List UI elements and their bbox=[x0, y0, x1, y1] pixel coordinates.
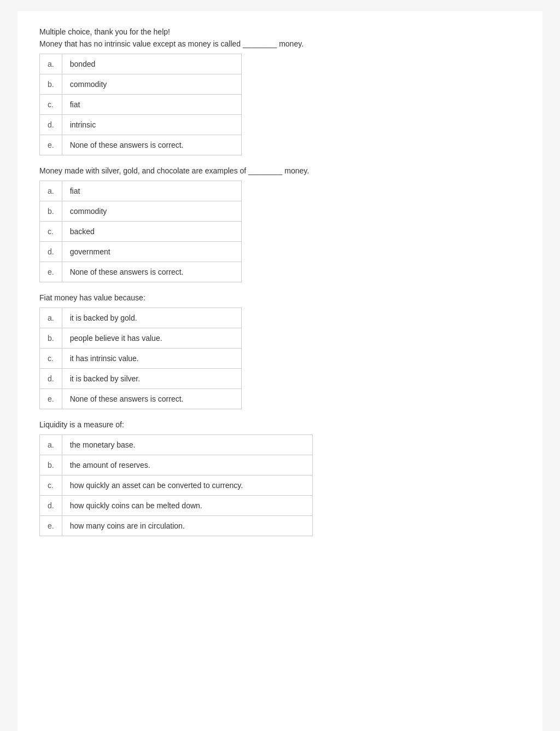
list-item[interactable]: d.intrinsic bbox=[40, 115, 242, 135]
option-label: e. bbox=[40, 389, 62, 409]
option-label: b. bbox=[40, 455, 62, 475]
question2-options-table: a.fiatb.commodityc.backedd.governmente.N… bbox=[39, 181, 242, 282]
option-label: c. bbox=[40, 222, 62, 242]
list-item[interactable]: c.it has intrinsic value. bbox=[40, 349, 242, 369]
option-text: how many coins are in circulation. bbox=[62, 516, 312, 536]
list-item[interactable]: b.people believe it has value. bbox=[40, 328, 242, 349]
option-text: fiat bbox=[62, 181, 241, 201]
option-text: the monetary base. bbox=[62, 435, 312, 455]
list-item[interactable]: b.the amount of reserves. bbox=[40, 455, 313, 475]
list-item[interactable]: c.backed bbox=[40, 222, 242, 242]
option-label: e. bbox=[40, 135, 62, 155]
option-label: b. bbox=[40, 201, 62, 222]
option-label: d. bbox=[40, 115, 62, 135]
option-text: it is backed by gold. bbox=[62, 308, 241, 328]
question2-section: Money made with silver, gold, and chocol… bbox=[39, 166, 521, 175]
list-item[interactable]: d.it is backed by silver. bbox=[40, 369, 242, 389]
option-text: how quickly coins can be melted down. bbox=[62, 496, 312, 516]
list-item[interactable]: e.None of these answers is correct. bbox=[40, 262, 242, 282]
option-label: c. bbox=[40, 349, 62, 369]
list-item[interactable]: e.None of these answers is correct. bbox=[40, 389, 242, 409]
option-label: e. bbox=[40, 516, 62, 536]
list-item[interactable]: b.commodity bbox=[40, 74, 242, 95]
question3-section: Fiat money has value because: bbox=[39, 293, 521, 302]
option-text: commodity bbox=[62, 201, 241, 222]
list-item[interactable]: c.fiat bbox=[40, 95, 242, 115]
question3-prompt: Fiat money has value because: bbox=[39, 293, 521, 302]
option-label: e. bbox=[40, 262, 62, 282]
option-text: None of these answers is correct. bbox=[62, 135, 241, 155]
option-label: b. bbox=[40, 328, 62, 349]
question1-prompt: Money that has no intrinsic value except… bbox=[39, 39, 521, 48]
option-label: c. bbox=[40, 475, 62, 496]
option-label: a. bbox=[40, 54, 62, 74]
option-text: how quickly an asset can be converted to… bbox=[62, 475, 312, 496]
list-item[interactable]: a.fiat bbox=[40, 181, 242, 201]
list-item[interactable]: d.government bbox=[40, 242, 242, 262]
option-text: None of these answers is correct. bbox=[62, 262, 241, 282]
option-text: bonded bbox=[62, 54, 241, 74]
list-item[interactable]: e.how many coins are in circulation. bbox=[40, 516, 313, 536]
option-text: intrinsic bbox=[62, 115, 241, 135]
option-label: d. bbox=[40, 369, 62, 389]
question2-prompt: Money made with silver, gold, and chocol… bbox=[39, 166, 521, 175]
option-label: d. bbox=[40, 496, 62, 516]
option-label: b. bbox=[40, 74, 62, 95]
list-item[interactable]: e.None of these answers is correct. bbox=[40, 135, 242, 155]
question4-prompt: Liquidity is a measure of: bbox=[39, 420, 521, 429]
option-text: fiat bbox=[62, 95, 241, 115]
list-item[interactable]: a.it is backed by gold. bbox=[40, 308, 242, 328]
option-text: backed bbox=[62, 222, 241, 242]
option-text: None of these answers is correct. bbox=[62, 389, 241, 409]
option-text: government bbox=[62, 242, 241, 262]
question3-options-table: a.it is backed by gold.b.people believe … bbox=[39, 308, 242, 409]
option-label: a. bbox=[40, 308, 62, 328]
option-text: the amount of reserves. bbox=[62, 455, 312, 475]
option-text: commodity bbox=[62, 74, 241, 95]
intro-section: Multiple choice, thank you for the help!… bbox=[39, 27, 521, 48]
list-item[interactable]: a.the monetary base. bbox=[40, 435, 313, 455]
question1-options-table: a.bondedb.commodityc.fiatd.intrinsice.No… bbox=[39, 54, 242, 155]
list-item[interactable]: a.bonded bbox=[40, 54, 242, 74]
option-text: it is backed by silver. bbox=[62, 369, 241, 389]
option-text: people believe it has value. bbox=[62, 328, 241, 349]
list-item[interactable]: b.commodity bbox=[40, 201, 242, 222]
option-label: c. bbox=[40, 95, 62, 115]
intro-line1: Multiple choice, thank you for the help! bbox=[39, 27, 521, 36]
option-text: it has intrinsic value. bbox=[62, 349, 241, 369]
option-label: a. bbox=[40, 435, 62, 455]
page-container: Multiple choice, thank you for the help!… bbox=[18, 11, 542, 731]
option-label: a. bbox=[40, 181, 62, 201]
list-item[interactable]: d.how quickly coins can be melted down. bbox=[40, 496, 313, 516]
list-item[interactable]: c.how quickly an asset can be converted … bbox=[40, 475, 313, 496]
question4-options-table: a.the monetary base.b.the amount of rese… bbox=[39, 434, 313, 536]
option-label: d. bbox=[40, 242, 62, 262]
question4-section: Liquidity is a measure of: bbox=[39, 420, 521, 429]
